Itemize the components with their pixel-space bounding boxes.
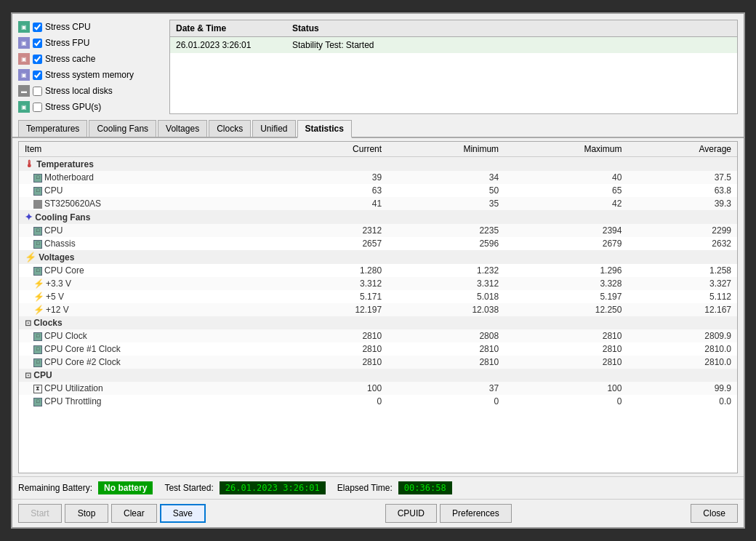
stress-options: ▣ Stress CPU ▣ Stress FPU ▣ Stress cache… (18, 20, 164, 114)
cpu-icon: ▣ (18, 21, 30, 33)
log-header: Date & Time Status (170, 20, 737, 37)
item-minimum: 2596 (387, 237, 504, 250)
tab-cooling-fans[interactable]: Cooling Fans (89, 120, 156, 137)
stress-mem-label: Stress system memory (45, 70, 134, 80)
group-row: 🌡 Temperatures (19, 157, 737, 172)
table-row: □CPU Core 1.280 1.232 1.296 1.258 (19, 264, 737, 277)
item-maximum: 5.197 (504, 290, 627, 303)
preferences-button[interactable]: Preferences (440, 504, 512, 523)
tab-clocks[interactable]: Clocks (209, 120, 251, 137)
item-name: □CPU (19, 184, 286, 197)
test-started-label: Test Started: (164, 483, 213, 493)
item-average: 2632 (627, 237, 737, 250)
elapsed-time: 00:36:58 (398, 481, 452, 494)
clear-button[interactable]: Clear (111, 504, 157, 523)
item-current: 0 (286, 395, 387, 408)
stress-disk-label: Stress local disks (45, 86, 113, 96)
item-current: 5.171 (286, 290, 387, 303)
item-average: 5.112 (627, 290, 737, 303)
stress-disk-checkbox[interactable] (33, 87, 42, 96)
item-current: 12.197 (286, 303, 387, 316)
tab-statistics[interactable]: Statistics (297, 120, 352, 138)
item-current: 3.312 (286, 277, 387, 290)
item-minimum: 50 (387, 184, 504, 197)
group-row: ⚡ Voltages (19, 250, 737, 264)
stress-mem-checkbox[interactable] (33, 71, 42, 80)
fpu-icon: ▣ (18, 37, 30, 49)
stress-fpu-checkbox[interactable] (33, 39, 42, 48)
tabs-bar: Temperatures Cooling Fans Voltages Clock… (12, 120, 744, 138)
item-maximum: 1.296 (504, 264, 627, 277)
main-window: ▣ Stress CPU ▣ Stress FPU ▣ Stress cache… (11, 12, 745, 529)
item-name: ST3250620AS (19, 197, 286, 210)
stats-table: Item Current Minimum Maximum Average 🌡 T… (19, 142, 737, 408)
stress-cpu-checkbox[interactable] (33, 23, 42, 32)
tab-unified[interactable]: Unified (252, 120, 295, 137)
item-minimum: 35 (387, 197, 504, 210)
item-name: □CPU Core #1 Clock (19, 342, 286, 356)
cache-icon: ▣ (18, 53, 30, 65)
item-average: 37.5 (627, 171, 737, 184)
tab-voltages[interactable]: Voltages (158, 120, 207, 137)
table-row: ⚡+3.3 V 3.312 3.312 3.328 3.327 (19, 277, 737, 290)
item-name: □CPU (19, 224, 286, 237)
item-average: 2810.0 (627, 356, 737, 369)
battery-label: Remaining Battery: (18, 483, 92, 493)
item-minimum: 5.018 (387, 290, 504, 303)
item-current: 1.280 (286, 264, 387, 277)
item-maximum: 2810 (504, 329, 627, 342)
save-button[interactable]: Save (160, 504, 206, 523)
bottom-info-bar: Remaining Battery: No battery Test Start… (12, 476, 744, 499)
item-average: 0.0 (627, 395, 737, 408)
col-item: Item (19, 142, 286, 157)
stop-button[interactable]: Stop (65, 504, 108, 523)
item-minimum: 2808 (387, 329, 504, 342)
stress-cache-checkbox[interactable] (33, 55, 42, 64)
table-row: □CPU Clock 2810 2808 2810 2809.9 (19, 329, 737, 342)
item-current: 2312 (286, 224, 387, 237)
cpuid-button[interactable]: CPUID (385, 504, 437, 523)
log-panel: Date & Time Status 26.01.2023 3:26:01 St… (169, 20, 738, 114)
item-maximum: 12.250 (504, 303, 627, 316)
elapsed-label: Elapsed Time: (337, 483, 393, 493)
item-maximum: 42 (504, 197, 627, 210)
item-maximum: 100 (504, 382, 627, 395)
mem-icon: ▣ (18, 69, 30, 81)
item-current: 100 (286, 382, 387, 395)
item-current: 2810 (286, 342, 387, 356)
stress-cpu-item: ▣ Stress CPU (18, 20, 164, 34)
item-name: □CPU Core #2 Clock (19, 356, 286, 369)
item-name: □Motherboard (19, 171, 286, 184)
item-minimum: 2235 (387, 224, 504, 237)
item-average: 39.3 (627, 197, 737, 210)
close-button[interactable]: Close (691, 504, 738, 523)
top-section: ▣ Stress CPU ▣ Stress FPU ▣ Stress cache… (12, 14, 744, 120)
table-row: ST3250620AS 41 35 42 39.3 (19, 197, 737, 210)
item-name: ⚡+5 V (19, 290, 286, 303)
stress-cache-item: ▣ Stress cache (18, 52, 164, 66)
item-maximum: 0 (504, 395, 627, 408)
button-bar: Start Stop Clear Save CPUID Preferences … (12, 499, 744, 527)
stats-panel: Item Current Minimum Maximum Average 🌡 T… (18, 141, 738, 473)
item-maximum: 3.328 (504, 277, 627, 290)
item-current: 2810 (286, 356, 387, 369)
tab-temperatures[interactable]: Temperatures (18, 120, 87, 137)
item-name: ⧗CPU Utilization (19, 382, 286, 395)
stress-gpu-checkbox[interactable] (33, 103, 42, 112)
item-maximum: 2810 (504, 356, 627, 369)
item-average: 2299 (627, 224, 737, 237)
table-row: □CPU Throttling 0 0 0 0.0 (19, 395, 737, 408)
item-current: 41 (286, 197, 387, 210)
col-current: Current (286, 142, 387, 157)
item-average: 2810.0 (627, 342, 737, 356)
log-row: 26.01.2023 3:26:01 Stability Test: Start… (170, 37, 737, 53)
table-row: ⚡+5 V 5.171 5.018 5.197 5.112 (19, 290, 737, 303)
item-current: 39 (286, 171, 387, 184)
item-minimum: 2810 (387, 342, 504, 356)
table-row: ⚡+12 V 12.197 12.038 12.250 12.167 (19, 303, 737, 316)
item-average: 1.258 (627, 264, 737, 277)
log-date-cell: 26.01.2023 3:26:01 (173, 39, 289, 52)
start-button[interactable]: Start (18, 504, 62, 523)
stress-disk-item: ▬ Stress local disks (18, 84, 164, 98)
item-name: □CPU Core (19, 264, 286, 277)
